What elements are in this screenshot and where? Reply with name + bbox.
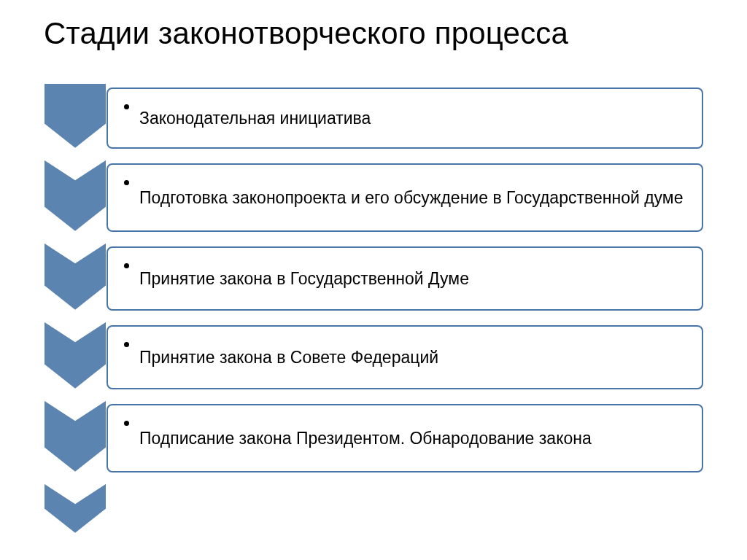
step-text: Подписание закона Президентом. Обнародов… [139,428,592,449]
process-step: Принятие закона в Совете Федераций [44,321,703,389]
svg-marker-3 [44,321,107,389]
svg-marker-0 [44,83,107,149]
chevron-icon [44,159,107,232]
step-text: Принятие закона в Государственной Думе [139,268,469,289]
step-box: Подписание закона Президентом. Обнародов… [107,404,703,472]
svg-marker-5 [44,483,107,534]
bullet-icon [124,263,129,268]
process-step: Принятие закона в Государственной Думе [44,242,703,311]
process-list: Законодательная инициатива Подготовка за… [44,83,703,534]
svg-marker-2 [44,242,107,311]
slide: Стадии законотворческого процесса Законо… [0,0,747,560]
step-text: Подготовка законопроекта и его обсуждени… [139,187,683,209]
process-step: Законодательная инициатива [44,83,703,149]
chevron-icon [44,400,107,472]
svg-marker-1 [44,159,107,232]
step-box: Принятие закона в Государственной Думе [107,246,703,311]
step-box: Принятие закона в Совете Федераций [107,325,703,389]
bullet-icon [124,342,129,347]
bullet-icon [124,421,129,426]
bullet-icon [124,104,129,109]
bullet-icon [124,180,129,185]
step-box: Законодательная инициатива [107,88,703,149]
chevron-icon [44,321,107,389]
step-text: Законодательная инициатива [139,108,371,129]
process-tail [44,483,703,534]
step-box: Подготовка законопроекта и его обсуждени… [107,163,703,232]
chevron-icon [44,242,107,311]
step-text: Принятие закона в Совете Федераций [139,347,438,368]
process-step: Подготовка законопроекта и его обсуждени… [44,159,703,232]
chevron-icon [44,83,107,149]
page-title: Стадии законотворческого процесса [44,16,703,51]
svg-marker-4 [44,400,107,472]
chevron-icon [44,483,107,534]
process-step: Подписание закона Президентом. Обнародов… [44,400,703,472]
